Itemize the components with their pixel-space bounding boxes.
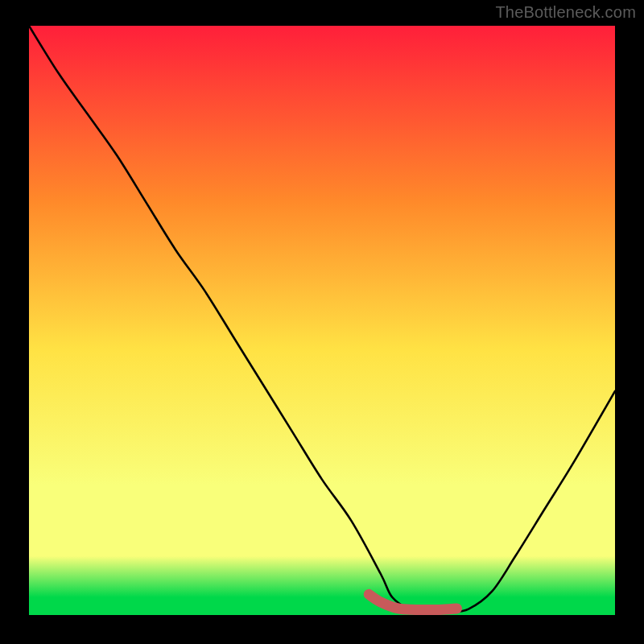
chart-frame: TheBottleneck.com (0, 0, 644, 644)
watermark-text: TheBottleneck.com (495, 3, 636, 22)
bottleneck-chart (29, 26, 615, 615)
plot-area (29, 26, 615, 615)
gradient-background (29, 26, 615, 615)
